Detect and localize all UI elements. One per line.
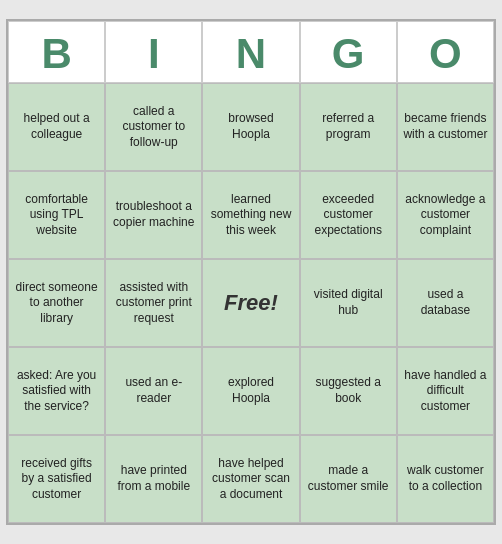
bingo-cell-2[interactable]: browsed Hoopla	[202, 83, 299, 171]
bingo-letter-b: B	[8, 21, 105, 83]
bingo-cell-8[interactable]: exceeded customer expectations	[300, 171, 397, 259]
bingo-cell-17[interactable]: explored Hoopla	[202, 347, 299, 435]
cell-text-1: called a customer to follow-up	[111, 104, 196, 151]
bingo-cell-7[interactable]: learned something new this week	[202, 171, 299, 259]
bingo-letter-g: G	[300, 21, 397, 83]
bingo-cell-20[interactable]: received gifts by a satisfied customer	[8, 435, 105, 523]
bingo-cell-13[interactable]: visited digital hub	[300, 259, 397, 347]
cell-text-19: have handled a difficult customer	[403, 368, 488, 415]
cell-text-22: have helped customer scan a document	[208, 456, 293, 503]
cell-text-4: became friends with a customer	[403, 111, 488, 142]
bingo-cell-5[interactable]: comfortable using TPL website	[8, 171, 105, 259]
cell-text-15: asked: Are you satisfied with the servic…	[14, 368, 99, 415]
bingo-cell-18[interactable]: suggested a book	[300, 347, 397, 435]
cell-text-21: have printed from a mobile	[111, 463, 196, 494]
cell-text-13: visited digital hub	[306, 287, 391, 318]
bingo-grid: helped out a colleaguecalled a customer …	[8, 83, 494, 523]
cell-text-8: exceeded customer expectations	[306, 192, 391, 239]
bingo-letter-i: I	[105, 21, 202, 83]
free-cell[interactable]: Free!	[202, 259, 299, 347]
bingo-cell-10[interactable]: direct someone to another library	[8, 259, 105, 347]
cell-text-20: received gifts by a satisfied customer	[14, 456, 99, 503]
cell-text-24: walk customer to a collection	[403, 463, 488, 494]
cell-text-12: Free!	[224, 289, 278, 318]
bingo-cell-22[interactable]: have helped customer scan a document	[202, 435, 299, 523]
bingo-card: BINGO helped out a colleaguecalled a cus…	[6, 19, 496, 525]
cell-text-18: suggested a book	[306, 375, 391, 406]
bingo-cell-21[interactable]: have printed from a mobile	[105, 435, 202, 523]
bingo-cell-14[interactable]: used a database	[397, 259, 494, 347]
cell-text-3: referred a program	[306, 111, 391, 142]
bingo-cell-9[interactable]: acknowledge a customer complaint	[397, 171, 494, 259]
cell-text-5: comfortable using TPL website	[14, 192, 99, 239]
bingo-cell-19[interactable]: have handled a difficult customer	[397, 347, 494, 435]
cell-text-6: troubleshoot a copier machine	[111, 199, 196, 230]
cell-text-2: browsed Hoopla	[208, 111, 293, 142]
bingo-cell-24[interactable]: walk customer to a collection	[397, 435, 494, 523]
cell-text-11: assisted with customer print request	[111, 280, 196, 327]
bingo-cell-15[interactable]: asked: Are you satisfied with the servic…	[8, 347, 105, 435]
cell-text-17: explored Hoopla	[208, 375, 293, 406]
bingo-cell-0[interactable]: helped out a colleague	[8, 83, 105, 171]
cell-text-23: made a customer smile	[306, 463, 391, 494]
cell-text-10: direct someone to another library	[14, 280, 99, 327]
bingo-cell-6[interactable]: troubleshoot a copier machine	[105, 171, 202, 259]
bingo-cell-3[interactable]: referred a program	[300, 83, 397, 171]
bingo-header: BINGO	[8, 21, 494, 83]
bingo-cell-11[interactable]: assisted with customer print request	[105, 259, 202, 347]
bingo-cell-16[interactable]: used an e-reader	[105, 347, 202, 435]
cell-text-0: helped out a colleague	[14, 111, 99, 142]
cell-text-9: acknowledge a customer complaint	[403, 192, 488, 239]
bingo-cell-4[interactable]: became friends with a customer	[397, 83, 494, 171]
cell-text-16: used an e-reader	[111, 375, 196, 406]
bingo-letter-o: O	[397, 21, 494, 83]
bingo-cell-1[interactable]: called a customer to follow-up	[105, 83, 202, 171]
bingo-letter-n: N	[202, 21, 299, 83]
cell-text-14: used a database	[403, 287, 488, 318]
bingo-cell-23[interactable]: made a customer smile	[300, 435, 397, 523]
cell-text-7: learned something new this week	[208, 192, 293, 239]
